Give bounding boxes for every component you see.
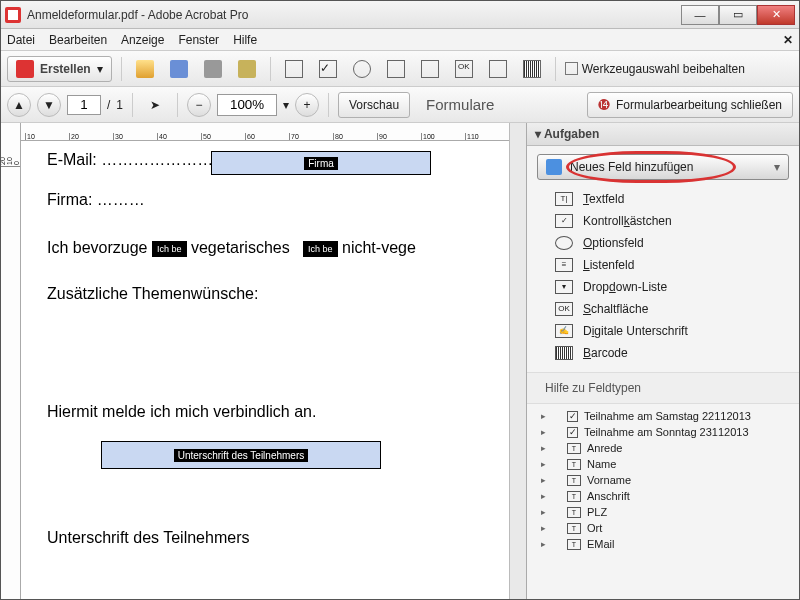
signature-icon (489, 60, 507, 78)
vertical-ruler: 0102030405060708090 (1, 123, 21, 600)
checkbox-tool[interactable]: ✓ (314, 56, 342, 82)
menu-anzeige[interactable]: Anzeige (121, 33, 164, 47)
list-tool[interactable] (382, 56, 410, 82)
field-tree-item[interactable]: TOrt (527, 520, 799, 536)
vorschau-button[interactable]: Vorschau (338, 92, 410, 118)
radio-tool[interactable] (348, 56, 376, 82)
page-total: 1 (116, 98, 123, 112)
panel-header-label: Aufgaben (544, 127, 599, 141)
field-tree-item[interactable]: TAnschrift (527, 488, 799, 504)
list-icon: ≡ (555, 258, 573, 272)
form-field-pref2[interactable]: Ich be (303, 241, 338, 257)
save-icon (170, 60, 188, 78)
window-title: Anmeldeformular.pdf - Adobe Acrobat Pro (27, 8, 681, 22)
close-form-label: Formularbearbeitung schließen (616, 98, 782, 112)
keep-tool-label: Werkzeugauswahl beibehalten (582, 62, 745, 76)
field-tree-label: Anrede (587, 442, 622, 454)
field-tree-item[interactable]: ✓Teilnahme am Sonntag 23112013 (527, 424, 799, 440)
zoom-input[interactable] (217, 94, 277, 116)
form-field-firma[interactable]: Firma (211, 151, 431, 175)
ok-icon: OK (555, 302, 573, 316)
zoom-in-button[interactable]: + (295, 93, 319, 117)
close-document-button[interactable]: ✕ (783, 33, 793, 47)
vertical-scrollbar[interactable] (509, 123, 526, 600)
field-type-list: T|TTextfeldextfeld ✓Kontrollkästchen Opt… (527, 184, 799, 372)
folder-open-icon (136, 60, 154, 78)
fieldtype-dropdown[interactable]: ▾Dropdown-Liste (527, 276, 799, 298)
menu-bearbeiten[interactable]: Bearbeiten (49, 33, 107, 47)
close-form-edit-button[interactable]: ⓮ Formularbearbeitung schließen (587, 92, 793, 118)
barcode-tool[interactable] (518, 56, 546, 82)
side-panel: ▾ Aufgaben Neues Feld hinzufügen ▾ T|TTe… (526, 123, 799, 600)
textfield-icon: T (567, 459, 581, 470)
edit-button[interactable] (233, 56, 261, 82)
page-current-input[interactable] (67, 95, 101, 115)
erstellen-label: Erstellen (40, 62, 91, 76)
dropdown-tool[interactable] (416, 56, 444, 82)
barcode-icon (555, 346, 573, 360)
ok-icon: OK (455, 60, 473, 78)
minimize-button[interactable]: — (681, 5, 719, 25)
print-icon (204, 60, 222, 78)
doc-pref-c: nicht-vege (342, 239, 416, 256)
new-field-label: Neues Feld hinzufügen (570, 160, 693, 174)
page-down-button[interactable]: ▼ (37, 93, 61, 117)
help-fieldtypes[interactable]: Hilfe zu Feldtypen (527, 372, 799, 404)
field-tree-label: Name (587, 458, 616, 470)
checkbox-icon: ✓ (567, 427, 578, 438)
fieldtype-kontrollkaestchen[interactable]: ✓Kontrollkästchen (527, 210, 799, 232)
menu-datei[interactable]: Datei (7, 33, 35, 47)
field-tree-item[interactable]: TAnrede (527, 440, 799, 456)
fieldtype-schaltflaeche[interactable]: OKSchaltfläche (527, 298, 799, 320)
doc-anmelden: Hiermit melde ich mich verbindlich an. (47, 403, 483, 421)
field-tree-item[interactable]: TName (527, 456, 799, 472)
pen-icon (238, 60, 256, 78)
save-button[interactable] (165, 56, 193, 82)
new-field-button[interactable]: Neues Feld hinzufügen ▾ (537, 154, 789, 180)
field-tree-label: Teilnahme am Samstag 22112013 (584, 410, 751, 422)
field-tree-label: Teilnahme am Sonntag 23112013 (584, 426, 749, 438)
field-tree-item[interactable]: TPLZ (527, 504, 799, 520)
checkbox-icon: ✓ (555, 214, 573, 228)
erstellen-button[interactable]: Erstellen ▾ (7, 56, 112, 82)
doc-themen: Zusätzliche Themenwünsche: (47, 285, 483, 303)
zoom-dropdown-icon[interactable]: ▾ (283, 98, 289, 112)
fieldtype-optionsfeld[interactable]: Optionsfeld (527, 232, 799, 254)
app-icon (5, 7, 21, 23)
fieldtype-textfeld[interactable]: T|TTextfeldextfeld (527, 188, 799, 210)
field-tree-label: Anschrift (587, 490, 630, 502)
menu-hilfe[interactable]: Hilfe (233, 33, 257, 47)
dropdown-icon: ▾ (555, 280, 573, 294)
field-tree-item[interactable]: TEMail (527, 536, 799, 552)
page-up-button[interactable]: ▲ (7, 93, 31, 117)
button-tool[interactable]: OK (450, 56, 478, 82)
signature-icon: ✍ (555, 324, 573, 338)
form-field-signature[interactable]: Unterschrift des Teilnehmers (101, 441, 381, 469)
select-tool[interactable]: ➤ (142, 92, 168, 118)
page-sep: / (107, 98, 110, 112)
panel-header-aufgaben[interactable]: ▾ Aufgaben (527, 123, 799, 146)
field-tree-item[interactable]: TVorname (527, 472, 799, 488)
signature-tool[interactable] (484, 56, 512, 82)
keep-tool-checkbox[interactable]: Werkzeugauswahl beibehalten (565, 62, 745, 76)
fieldtype-listenfeld[interactable]: ≡Listenfeld (527, 254, 799, 276)
textfield-tool[interactable] (280, 56, 308, 82)
zoom-out-button[interactable]: − (187, 93, 211, 117)
menubar: Datei Bearbeiten Anzeige Fenster Hilfe ✕ (1, 29, 799, 51)
field-tree-item[interactable]: ✓Teilnahme am Samstag 22112013 (527, 408, 799, 424)
radio-icon (353, 60, 371, 78)
maximize-button[interactable]: ▭ (719, 5, 757, 25)
toolbar-primary: Erstellen ▾ ✓ OK Werkzeugauswahl beibeha… (1, 51, 799, 87)
close-window-button[interactable]: ✕ (757, 5, 795, 25)
dropdown-icon: ▾ (97, 62, 103, 76)
form-field-pref1[interactable]: Ich be (152, 241, 187, 257)
menu-fenster[interactable]: Fenster (178, 33, 219, 47)
fieldtype-barcode[interactable]: Barcode (527, 342, 799, 364)
field-tree-label: EMail (587, 538, 615, 550)
radio-icon (555, 236, 573, 250)
open-button[interactable] (131, 56, 159, 82)
textfield-icon: T (567, 475, 581, 486)
fieldtype-digitale-unterschrift[interactable]: ✍Digitale Unterschrift (527, 320, 799, 342)
print-button[interactable] (199, 56, 227, 82)
pdf-page[interactable]: E-Mail: ……………………………………………… Firma Firma: … (21, 141, 509, 600)
